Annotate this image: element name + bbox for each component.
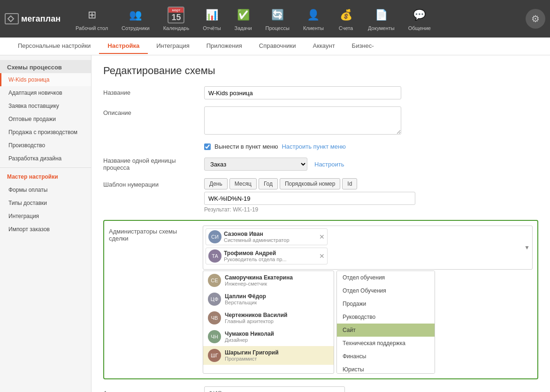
- avatar-chumakov: ЧН: [208, 330, 221, 343]
- sidebar-item-wholesale[interactable]: Оптовые продажи: [0, 113, 91, 126]
- admin-tag-sazonov: СИ Сазонов Иван Системный администратор …: [206, 228, 328, 245]
- numbering-control: День Месяц Год Порядковый номер Id Резул…: [204, 178, 415, 213]
- people-info-samoruchkina: Саморучкина Екатерина Инженер-сметчик: [225, 274, 329, 286]
- checkbox-row: Вынести в пункт меню Настроить пункт мен…: [204, 143, 538, 150]
- nav-documents[interactable]: 📄 Документы: [362, 3, 400, 35]
- sidebar-item-delivery-types[interactable]: Типы доставки: [0, 196, 91, 210]
- settings-gear-icon[interactable]: ⚙: [526, 9, 545, 29]
- people-name-sharygin: Шарыгин Григорий: [225, 349, 329, 356]
- checkbox-label: Вынести в пункт меню: [214, 143, 278, 150]
- description-input[interactable]: [204, 106, 401, 135]
- numbering-row: Шаблон нумерации День Месяц Год Порядков…: [103, 178, 538, 213]
- dept-item-finance[interactable]: Финансы: [337, 350, 435, 363]
- process-name-label: Название одной единицы процесса: [103, 157, 197, 171]
- remove-sazonov-button[interactable]: ✕: [319, 234, 325, 240]
- num-btn-order[interactable]: Порядковый номер: [280, 178, 340, 189]
- subnav-business[interactable]: Бизнес-: [344, 38, 382, 54]
- people-role-cherteznikov: Главный архитектор: [225, 318, 329, 324]
- numbering-buttons: День Месяц Год Порядковый номер Id: [204, 178, 415, 189]
- documents-icon: 📄: [373, 7, 390, 23]
- dept-item-sales[interactable]: Продажи: [337, 297, 435, 310]
- avatar-cherteznikov: ЧВ: [208, 311, 221, 324]
- nav-employees[interactable]: 👥 Сотрудники: [116, 3, 155, 35]
- subnav-personal[interactable]: Персональные настройки: [9, 38, 99, 54]
- clients-icon: 👤: [305, 7, 322, 23]
- name-input[interactable]: [204, 86, 401, 99]
- sidebar-item-production-sales[interactable]: Продажа с производством: [0, 126, 91, 139]
- people-name-tsaplin: Цаплин Фёдор: [225, 293, 329, 300]
- nav-desktop[interactable]: ⊞ Рабочий стол: [70, 3, 114, 35]
- people-name-cherteznikov: Чертежников Василий: [225, 312, 329, 318]
- people-role-tsaplin: Верстальщик: [225, 300, 329, 305]
- people-item-sharygin[interactable]: ШГ Шарыгин Григорий Программист: [203, 346, 334, 365]
- configure-link[interactable]: Настроить: [314, 161, 344, 168]
- sidebar-item-payment-forms[interactable]: Формы оплаты: [0, 183, 91, 196]
- num-btn-year[interactable]: Год: [259, 178, 278, 189]
- dept-item-support[interactable]: Техническая поддержка: [337, 337, 435, 350]
- dept-item-management[interactable]: Руководство: [337, 310, 435, 324]
- admin-selected[interactable]: СИ Сазонов Иван Системный администратор …: [203, 226, 533, 270]
- people-item-cherteznikov[interactable]: ЧВ Чертежников Василий Главный архитекто…: [203, 309, 334, 327]
- num-btn-day[interactable]: День: [204, 178, 228, 189]
- people-item-chumakov[interactable]: ЧН Чумаков Николай Дизайнер: [203, 327, 334, 346]
- sidebar-item-wizard[interactable]: Мастер настройки: [0, 170, 91, 183]
- people-info-tsaplin: Цаплин Фёдор Верстальщик: [225, 293, 329, 305]
- nav-processes[interactable]: 🔄 Процессы: [260, 3, 295, 35]
- people-item-tsaplin[interactable]: ЦФ Цаплин Фёдор Верстальщик: [203, 290, 334, 309]
- menu-checkbox[interactable]: [204, 143, 211, 150]
- dept-item-1[interactable]: Отдел Обучения: [337, 284, 435, 297]
- admin-label: Администраторы схемы сделки: [109, 226, 196, 242]
- subnav-account[interactable]: Аккаунт: [305, 38, 344, 54]
- numbering-input[interactable]: [204, 192, 415, 205]
- description-label: Описание: [103, 106, 197, 116]
- people-role-sharygin: Программист: [225, 356, 329, 362]
- name-row: Название: [103, 86, 538, 99]
- sidebar-item-supplier[interactable]: Заявка поставщику: [0, 99, 91, 113]
- remove-trofimov-button[interactable]: ✕: [319, 253, 325, 259]
- dropdown-arrow-icon: ▼: [524, 244, 530, 251]
- sidebar-item-wkids[interactable]: W-Kids розница: [0, 73, 91, 86]
- sidebar-item-import[interactable]: Импорт заказов: [0, 223, 91, 236]
- dropdown-container: СЕ Саморучкина Екатерина Инженер-сметчик…: [203, 271, 533, 374]
- name-label: Название: [103, 86, 197, 96]
- nav-tasks[interactable]: ✅ Задачи: [229, 3, 258, 35]
- subnav-settings[interactable]: Настройка: [99, 38, 148, 54]
- people-list: СЕ Саморучкина Екатерина Инженер-сметчик…: [203, 271, 334, 374]
- admin-row: Администраторы схемы сделки СИ Сазонов И…: [109, 226, 533, 374]
- admin-tag-role-sazonov: Системный администратор: [224, 237, 317, 243]
- nav-chat[interactable]: 💬 Общение: [403, 3, 436, 35]
- chat-icon: 💬: [411, 7, 428, 23]
- app-logo[interactable]: мегаплан: [5, 13, 61, 24]
- address-input[interactable]: [204, 386, 345, 392]
- sidebar-item-adaptation[interactable]: Адаптация новичков: [0, 86, 91, 99]
- nav-reports[interactable]: 📊 Отчёты: [197, 3, 226, 35]
- top-navigation: мегаплан ⊞ Рабочий стол 👥 Сотрудники мар…: [0, 0, 550, 38]
- admin-tag-info-sazonov: Сазонов Иван Системный администратор: [224, 231, 317, 243]
- nav-calendar[interactable]: март 15 Календарь: [158, 3, 195, 35]
- department-list: Отдел обучения Отдел Обучения Продажи Ру…: [336, 271, 435, 374]
- subnav-integration[interactable]: Интеграция: [148, 38, 198, 54]
- people-item-samoruchkina[interactable]: СЕ Саморучкина Екатерина Инженер-сметчик: [203, 271, 334, 290]
- process-name-select[interactable]: Заказ: [204, 158, 307, 171]
- configure-menu-link[interactable]: Настроить пункт меню: [282, 143, 345, 150]
- avatar-samoruchkina: СЕ: [208, 274, 221, 287]
- nav-invoices[interactable]: 💰 Счета: [332, 3, 360, 35]
- process-name-row: Название одной единицы процесса Заказ На…: [103, 157, 538, 171]
- dept-item-0[interactable]: Отдел обучения: [337, 271, 435, 284]
- dept-item-site[interactable]: Сайт: [337, 324, 435, 337]
- people-role-samoruchkina: Инженер-сметчик: [225, 281, 329, 286]
- sidebar-item-production[interactable]: Производство: [0, 139, 91, 152]
- people-info-sharygin: Шарыгин Григорий Программист: [225, 349, 329, 362]
- avatar-sazonov: СИ: [208, 230, 222, 243]
- employees-icon: 👥: [127, 7, 144, 23]
- address-label: Адрес страницы: [103, 390, 197, 392]
- nav-clients[interactable]: 👤 Клиенты: [298, 3, 329, 35]
- dept-item-legal[interactable]: Юристы: [337, 363, 435, 374]
- num-btn-id[interactable]: Id: [342, 178, 357, 189]
- sidebar-item-design[interactable]: Разработка дизайна: [0, 152, 91, 165]
- num-btn-month[interactable]: Месяц: [229, 178, 257, 189]
- subnav-directories[interactable]: Справочники: [251, 38, 305, 54]
- sidebar-item-integration[interactable]: Интеграция: [0, 210, 91, 223]
- avatar-sharygin: ШГ: [208, 349, 221, 362]
- subnav-apps[interactable]: Приложения: [198, 38, 251, 54]
